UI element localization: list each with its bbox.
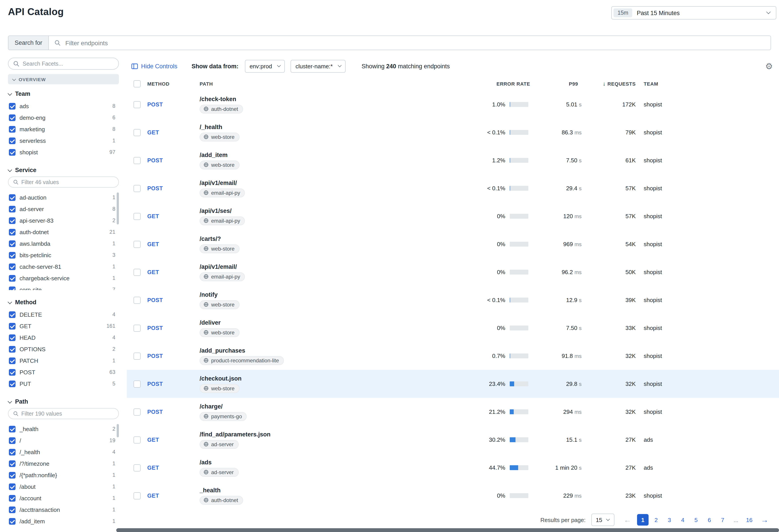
- horizontal-scrollbar[interactable]: [116, 528, 779, 532]
- row-checkbox[interactable]: [133, 492, 141, 499]
- facet-group-toggle[interactable]: Service: [8, 167, 119, 173]
- page-button-2[interactable]: 2: [650, 514, 662, 526]
- endpoint-row[interactable]: GET/api/v1/ses/email-api-py0%120 ms57Ksh…: [127, 202, 779, 230]
- endpoint-row[interactable]: POST/deliverweb-store0%7.50 s33Kshopist: [127, 314, 779, 342]
- endpoint-row[interactable]: POST/check-tokenauth-dotnet1.0%5.01 s172…: [127, 91, 779, 118]
- checkbox-checked-icon[interactable]: [9, 229, 15, 235]
- endpoint-row[interactable]: POST/notifyweb-store< 0.1%12.9 s39Kshopi…: [127, 286, 779, 314]
- column-header-path[interactable]: PATH: [200, 81, 454, 86]
- facet-item-auth-dotnet[interactable]: auth-dotnet21: [8, 226, 119, 238]
- data-filter-dropdown-0[interactable]: env:prod: [245, 60, 285, 72]
- facet-item-about[interactable]: /about1: [8, 481, 119, 492]
- service-pill[interactable]: email-api-py: [200, 188, 245, 197]
- previous-page-arrow[interactable]: ←: [624, 516, 631, 524]
- results-per-page-select[interactable]: 15: [591, 514, 614, 526]
- service-pill[interactable]: ad-server: [200, 468, 238, 477]
- checkbox-checked-icon[interactable]: [9, 137, 15, 144]
- time-range-picker[interactable]: 15m Past 15 Minutes: [611, 6, 776, 19]
- facet-item-add-item[interactable]: /add_item1: [8, 515, 119, 527]
- facet-item-ads[interactable]: ads8: [8, 100, 119, 112]
- checkbox-checked-icon[interactable]: [9, 126, 15, 132]
- facet-item-chargeback-service[interactable]: chargeback-service1: [8, 272, 119, 284]
- checkbox-checked-icon[interactable]: [9, 380, 15, 387]
- service-pill[interactable]: web-store: [200, 384, 239, 393]
- facet-item-ad-server[interactable]: ad-server8: [8, 203, 119, 215]
- hide-controls-button[interactable]: Hide Controls: [131, 63, 177, 69]
- checkbox-checked-icon[interactable]: [9, 483, 15, 490]
- row-checkbox[interactable]: [133, 185, 141, 192]
- facet-item-health[interactable]: _health2: [8, 423, 119, 435]
- checkbox-checked-icon[interactable]: [9, 437, 15, 444]
- facet-item-bits-petclinic[interactable]: bits-petclinic3: [8, 249, 119, 261]
- scrollbar-thumb[interactable]: [117, 192, 119, 224]
- endpoint-path-link[interactable]: /notify: [200, 291, 218, 298]
- endpoint-path-link[interactable]: /deliver: [200, 319, 221, 326]
- checkbox-checked-icon[interactable]: [9, 346, 15, 352]
- facet-item-corp-site[interactable]: corp-site7: [8, 284, 119, 290]
- row-checkbox[interactable]: [133, 213, 141, 220]
- checkbox-checked-icon[interactable]: [9, 149, 15, 156]
- page-button-16[interactable]: 16: [743, 514, 755, 526]
- endpoint-path-link[interactable]: /_health: [200, 123, 222, 130]
- endpoint-path-link[interactable]: /api/v1/email/: [200, 179, 237, 186]
- checkbox-checked-icon[interactable]: [9, 217, 15, 224]
- select-all-checkbox[interactable]: [133, 80, 141, 87]
- facet-item-put[interactable]: PUT5: [8, 378, 119, 390]
- row-checkbox[interactable]: [133, 241, 141, 248]
- facet-item-patch[interactable]: PATCH1: [8, 355, 119, 366]
- endpoint-path-link[interactable]: /api/v1/ses/: [200, 208, 232, 214]
- column-header-method[interactable]: METHOD: [147, 81, 200, 86]
- endpoint-path-link[interactable]: /ads: [200, 459, 212, 466]
- endpoint-path-link[interactable]: _health: [200, 487, 221, 493]
- endpoint-row[interactable]: POST/checkout.jsonweb-store23.4%29.8 s32…: [127, 370, 779, 398]
- endpoint-path-link[interactable]: /add_purchases: [200, 347, 245, 354]
- column-header-p99[interactable]: P99: [534, 81, 582, 86]
- facet-item-cache-server-81[interactable]: cache-server-811: [8, 261, 119, 272]
- checkbox-checked-icon[interactable]: [9, 205, 15, 212]
- next-page-arrow[interactable]: →: [761, 516, 768, 524]
- checkbox-checked-icon[interactable]: [9, 323, 15, 329]
- facet-item-delete[interactable]: DELETE4: [8, 309, 119, 320]
- facet-item-accttransaction[interactable]: /accttransaction1: [8, 504, 119, 515]
- row-checkbox[interactable]: [133, 324, 141, 332]
- facet-item-aws-lambda[interactable]: aws.lambda1: [8, 238, 119, 249]
- page-button-6[interactable]: 6: [704, 514, 715, 526]
- page-button-1[interactable]: 1: [637, 514, 649, 526]
- page-button-3[interactable]: 3: [664, 514, 675, 526]
- endpoint-path-link[interactable]: /check-token: [200, 96, 236, 102]
- filter-endpoints-input[interactable]: [61, 36, 771, 50]
- scrollbar-thumb[interactable]: [117, 424, 119, 437]
- endpoint-row[interactable]: GET/_healthweb-store< 0.1%86.3 ms79Kshop…: [127, 118, 779, 146]
- facet-item-ad-auction[interactable]: ad-auction1: [8, 192, 119, 203]
- endpoint-row[interactable]: GET/api/v1/email/email-api-py0%96.2 ms50…: [127, 258, 779, 286]
- service-pill[interactable]: web-store: [200, 328, 239, 337]
- checkbox-checked-icon[interactable]: [9, 449, 15, 455]
- checkbox-checked-icon[interactable]: [9, 518, 15, 525]
- endpoint-path-link[interactable]: /add_item: [200, 152, 228, 158]
- checkbox-checked-icon[interactable]: [9, 460, 15, 467]
- column-header-team[interactable]: TEAM: [639, 81, 779, 86]
- endpoint-row[interactable]: GET/carts/?web-store0%969 ms54Kshopist: [127, 230, 779, 258]
- endpoint-row[interactable]: POST/add_itemweb-store1.2%7.50 s61Kshopi…: [127, 146, 779, 174]
- checkbox-checked-icon[interactable]: [9, 286, 15, 290]
- row-checkbox[interactable]: [133, 296, 141, 304]
- facet-item-shopist[interactable]: shopist97: [8, 146, 119, 158]
- row-checkbox[interactable]: [133, 101, 141, 108]
- page-button-4[interactable]: 4: [677, 514, 688, 526]
- row-checkbox[interactable]: [133, 408, 141, 415]
- facet-item-account[interactable]: /account1: [8, 492, 119, 504]
- checkbox-checked-icon[interactable]: [9, 252, 15, 258]
- service-pill[interactable]: payments-go: [200, 412, 247, 421]
- checkbox-checked-icon[interactable]: [9, 369, 15, 375]
- checkbox-checked-icon[interactable]: [9, 103, 15, 109]
- endpoint-path-link[interactable]: /carts/?: [200, 235, 221, 242]
- facet-item-timezone[interactable]: /?/timezone1: [8, 458, 119, 469]
- gear-icon[interactable]: ⚙: [765, 62, 773, 70]
- endpoint-path-link[interactable]: /find_ad/parameters.json: [200, 431, 271, 437]
- endpoint-row[interactable]: GET/find_ad/parameters.jsonad-server30.2…: [127, 426, 779, 454]
- facet-item-head[interactable]: HEAD4: [8, 332, 119, 343]
- facet-filter-input[interactable]: [21, 410, 114, 417]
- service-pill[interactable]: web-store: [200, 160, 239, 169]
- row-checkbox[interactable]: [133, 269, 141, 276]
- facet-item-marketing[interactable]: marketing8: [8, 123, 119, 135]
